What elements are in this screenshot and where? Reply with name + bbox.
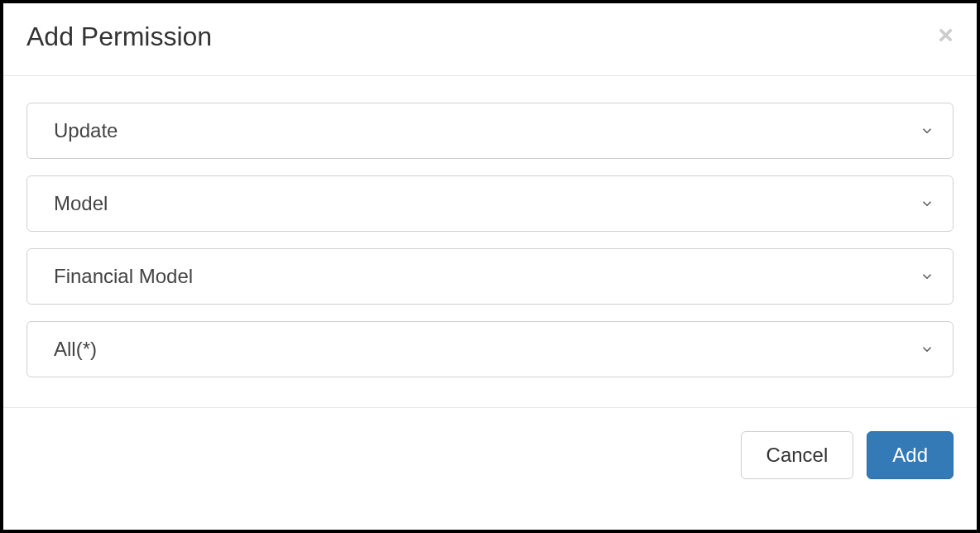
dropdown-action-label: Update — [54, 119, 118, 142]
chevron-down-icon — [920, 123, 934, 138]
modal-title: Add Permission — [26, 22, 212, 52]
chevron-down-icon — [920, 196, 934, 211]
dropdown-resource[interactable]: Financial Model — [26, 248, 954, 305]
chevron-down-icon — [920, 269, 934, 284]
dropdown-resource-type[interactable]: Model — [26, 175, 954, 232]
dropdown-scope-label: All(*) — [54, 338, 97, 361]
modal-body: Update Model Financial Model All(*) — [3, 76, 977, 407]
dropdown-resource-type-label: Model — [54, 192, 108, 215]
close-button[interactable]: × — [938, 22, 954, 48]
modal-header: Add Permission × — [3, 3, 977, 76]
modal-footer: Cancel Add — [3, 407, 977, 479]
close-icon: × — [938, 20, 954, 50]
chevron-down-icon — [920, 342, 934, 357]
add-button[interactable]: Add — [867, 431, 954, 479]
dropdown-action[interactable]: Update — [26, 103, 954, 159]
dropdown-resource-label: Financial Model — [54, 265, 193, 288]
cancel-button[interactable]: Cancel — [741, 431, 854, 479]
dropdown-scope[interactable]: All(*) — [26, 321, 954, 377]
